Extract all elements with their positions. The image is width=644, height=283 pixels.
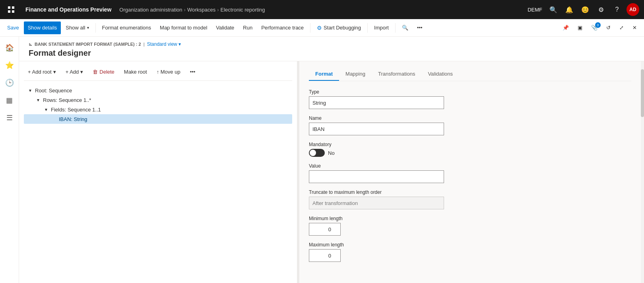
vertical-scrollbar[interactable] <box>641 61 644 283</box>
mandatory-toggle-row: No <box>309 149 631 157</box>
max-length-field-group: Maximum length <box>309 242 631 262</box>
view-selector[interactable]: Standard view ▾ <box>147 41 181 47</box>
page-breadcrumb: ⊾ BANK STATEMENT IMPORT FORMAT (SAMPLE) … <box>29 41 634 47</box>
sidebar-icon-home[interactable]: 🏠 <box>2 40 17 56</box>
tree-node-fields-label: Fields: Sequence 1..1 <box>51 107 101 113</box>
filter-icon[interactable]: ⊾ <box>29 42 32 47</box>
tree-content: ▼ Root: Sequence ▼ Rows: Sequence 1..* ▼… <box>24 86 292 278</box>
min-length-field-group: Minimum length <box>309 216 631 236</box>
move-up-button[interactable]: ↑ Move up <box>153 66 184 77</box>
tab-validations[interactable]: Validations <box>421 68 459 81</box>
top-navigation: Finance and Operations Preview Organizat… <box>0 0 644 19</box>
help-icon-btn[interactable]: ? <box>611 3 623 16</box>
add-root-chevron-icon: ▾ <box>53 69 56 75</box>
name-label: Name <box>309 115 631 121</box>
sidebar-icon-recent[interactable]: 🕒 <box>2 75 17 91</box>
apps-button[interactable] <box>5 3 17 16</box>
badges-button[interactable]: 📎 0 <box>587 21 601 34</box>
toolbar-divider1 <box>95 23 96 33</box>
map-format-to-model-button[interactable]: Map format to model <box>156 21 211 34</box>
smiley-icon-btn[interactable]: 😊 <box>579 3 592 16</box>
mandatory-toggle-label: No <box>328 150 335 156</box>
tree-panel: + Add root ▾ + Add ▾ 🗑 Delete Make root … <box>19 61 297 283</box>
make-root-button[interactable]: Make root <box>120 66 151 77</box>
tree-node-iban[interactable]: IBAN: String <box>24 114 292 124</box>
delete-button[interactable]: 🗑 Delete <box>89 66 118 77</box>
breadcrumb-item2[interactable]: Workspaces <box>187 7 215 13</box>
sidebar-icon-workspaces[interactable]: ▦ <box>2 92 17 108</box>
tree-node-root[interactable]: ▼ Root: Sequence <box>24 86 292 95</box>
sidebar-icon-modules[interactable]: ☰ <box>2 110 17 126</box>
search-toolbar-button[interactable]: 🔍 <box>398 21 412 34</box>
scrollbar-thumb <box>641 69 644 117</box>
toolbar-divider2 <box>310 23 310 33</box>
tree-toggle-root: ▼ <box>27 87 33 94</box>
show-details-button[interactable]: Show details <box>24 21 61 34</box>
left-sidebar: 🏠 ⭐ 🕒 ▦ ☰ <box>0 37 19 283</box>
add-button[interactable]: + Add ▾ <box>62 66 87 77</box>
close-button[interactable]: ✕ <box>628 21 641 34</box>
pin-button[interactable]: 📌 <box>559 21 573 34</box>
app-title: Finance and Operations Preview <box>21 6 116 13</box>
import-button[interactable]: Import <box>370 21 393 34</box>
type-input[interactable] <box>309 96 444 109</box>
toolbar-divider3 <box>367 23 368 33</box>
tree-toggle-fields: ▼ <box>43 106 49 113</box>
badge-count: 0 <box>595 22 601 28</box>
tree-node-rows[interactable]: ▼ Rows: Sequence 1..* <box>24 95 292 105</box>
tree-node-fields[interactable]: ▼ Fields: Sequence 1..1 <box>24 105 292 114</box>
performance-trace-button[interactable]: Performance trace <box>257 21 308 34</box>
truncate-field-group: Truncate to maximum length order <box>309 189 631 209</box>
svg-rect-1 <box>12 6 14 9</box>
properties-tabs: Format Mapping Transformations Validatio… <box>309 68 631 81</box>
tree-toolbar: + Add root ▾ + Add ▾ 🗑 Delete Make root … <box>24 66 292 81</box>
validate-button[interactable]: Validate <box>212 21 238 34</box>
tab-format[interactable]: Format <box>309 68 339 81</box>
main-layout: 🏠 ⭐ 🕒 ▦ ☰ ⊾ BANK STATEMENT IMPORT FORMAT… <box>0 37 644 283</box>
pop-out-button[interactable]: ⤢ <box>615 21 628 34</box>
svg-rect-3 <box>12 10 14 13</box>
breadcrumb-item3[interactable]: Electronic reporting <box>221 7 265 13</box>
min-length-label: Minimum length <box>309 216 631 221</box>
view-button[interactable]: ▣ <box>574 21 586 34</box>
tree-toggle-rows: ▼ <box>35 97 41 103</box>
settings-icon-btn[interactable]: ⚙ <box>595 3 607 16</box>
tab-transformations[interactable]: Transformations <box>372 68 421 81</box>
designer-area: + Add root ▾ + Add ▾ 🗑 Delete Make root … <box>19 61 644 283</box>
content-area: ⊾ BANK STATEMENT IMPORT FORMAT (SAMPLE) … <box>19 37 644 283</box>
show-all-button[interactable]: Show all ▾ <box>62 21 93 34</box>
run-button[interactable]: Run <box>239 21 256 34</box>
breadcrumb-chevron1: › <box>184 7 186 13</box>
format-enumerations-button[interactable]: Format enumerations <box>98 21 155 34</box>
view-chevron-icon: ▾ <box>178 41 181 47</box>
breadcrumb-item1[interactable]: Organization administration <box>119 7 182 13</box>
truncate-input <box>309 197 444 209</box>
toolbar-divider4 <box>395 23 396 33</box>
toggle-knob <box>310 150 316 156</box>
more-options-button[interactable]: ••• <box>413 21 427 34</box>
tab-mapping[interactable]: Mapping <box>339 68 372 81</box>
save-button[interactable]: Save <box>3 21 23 34</box>
max-length-label: Maximum length <box>309 242 631 248</box>
max-length-input[interactable] <box>309 249 341 262</box>
debug-icon: ⚙ <box>317 25 322 31</box>
page-title: Format designer <box>29 49 634 58</box>
value-input[interactable] <box>309 170 444 183</box>
notifications-icon-btn[interactable]: 🔔 <box>563 3 576 16</box>
search-icon-btn[interactable]: 🔍 <box>547 3 560 16</box>
add-chevron-icon: ▾ <box>80 69 83 75</box>
name-input[interactable] <box>309 123 444 135</box>
type-field-group: Type <box>309 89 631 109</box>
avatar[interactable]: AD <box>627 3 639 16</box>
min-length-input[interactable] <box>309 223 341 236</box>
add-root-button[interactable]: + Add root ▾ <box>24 66 60 77</box>
page-header: ⊾ BANK STATEMENT IMPORT FORMAT (SAMPLE) … <box>19 37 644 61</box>
sidebar-icon-favorites[interactable]: ⭐ <box>2 57 17 73</box>
start-debugging-button[interactable]: ⚙ Start Debugging <box>313 21 365 34</box>
breadcrumb: Organization administration › Workspaces… <box>119 7 524 13</box>
mandatory-toggle[interactable] <box>309 149 325 157</box>
properties-panel: Format Mapping Transformations Validatio… <box>299 61 641 283</box>
more-tree-actions-button[interactable]: ••• <box>186 66 200 77</box>
refresh-button[interactable]: ↺ <box>602 21 615 34</box>
breadcrumb-chevron2: › <box>217 7 219 13</box>
